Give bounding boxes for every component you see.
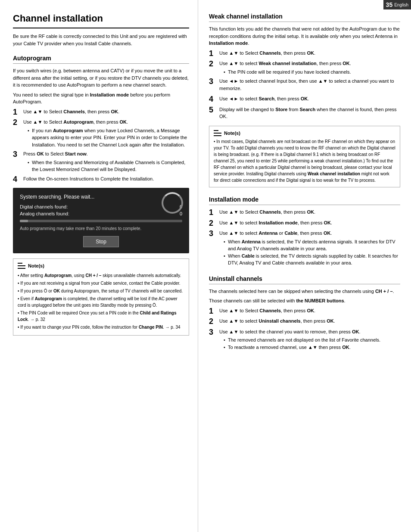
installation-mode-section: Installation mode 1 Use ▲▼ to Select Cha… xyxy=(209,196,400,267)
uninstall-step-3: 3 Use ▲▼ to select the channel you want … xyxy=(209,328,400,351)
stop-button[interactable]: Stop xyxy=(83,236,119,247)
autoprogram-intro2: You need to select the signal type in In… xyxy=(13,91,189,106)
analog-channels-row: Analog channels found: 0 xyxy=(20,211,182,216)
autoprogram-step-2: 2 Use ▲▼ to Select Autoprogram, then pre… xyxy=(13,118,189,148)
weak-step-3: 3 Use ◄► to select channel Input box, th… xyxy=(209,78,400,93)
install-step-num-1: 1 xyxy=(209,208,217,217)
weak-channel-title: Weak channel installation xyxy=(209,13,400,22)
digital-channels-row: Digital channels found: 0 xyxy=(20,204,182,209)
right-column: Weak channel installation This function … xyxy=(198,0,411,532)
page-language: English xyxy=(394,3,408,7)
progress-bar xyxy=(20,220,182,222)
uninstall-step-1: 1 Use ▲▼ to Select Channels, then press … xyxy=(209,307,400,316)
note-5: • The PIN Code will be required Once you… xyxy=(18,310,184,323)
step-3-content: Press OK to Select Start now. When the S… xyxy=(23,150,189,173)
weak-step-num-2: 2 xyxy=(209,60,217,75)
note-6: • If you want to change your PIN code, f… xyxy=(18,324,184,330)
scan-box: System searching. Please wait... Digital… xyxy=(13,188,189,253)
page-number: 35 xyxy=(386,1,393,8)
installation-mode-steps: 1 Use ▲▼ to Select Channels, then press … xyxy=(209,208,400,267)
weak-channel-intro: This function lets you add the channels … xyxy=(209,25,400,47)
weak-note-text: • In most cases, Digital channels are no… xyxy=(214,138,395,184)
notes-title: Note(s) xyxy=(28,262,44,270)
weak-channel-note-box: Note(s) • In most cases, Digital channel… xyxy=(209,126,400,188)
install-step-1: 1 Use ▲▼ to Select Channels, then press … xyxy=(209,208,400,217)
weak-step-num-3: 3 xyxy=(209,78,217,93)
step-number-4: 4 xyxy=(13,175,21,184)
notes-header: Note(s) xyxy=(18,262,184,270)
autoprogram-step-4: 4 Follow the On-screen Instructions to C… xyxy=(13,175,189,184)
install-step-3: 3 Use ▲▼ to select Antenna or Cable, the… xyxy=(209,230,400,267)
analog-label: Analog channels found: xyxy=(20,211,69,216)
notes-icon xyxy=(18,263,25,269)
uninstall-step-2: 2 Use ▲▼ to select Uninstall channels, t… xyxy=(209,317,400,326)
install-step-num-3: 3 xyxy=(209,230,217,267)
page-number-badge: 35 English xyxy=(383,0,411,9)
digital-label: Digital channels found: xyxy=(20,204,68,209)
uninstall-channels-section: Uninstall channels The channels selected… xyxy=(209,275,400,351)
uninstall-steps: 1 Use ▲▼ to Select Channels, then press … xyxy=(209,307,400,351)
weak-step-4: 4 Use ◄► to select Search, then press OK… xyxy=(209,95,400,104)
autoprogram-title: Autoprogram xyxy=(13,55,189,64)
weak-notes-title: Note(s) xyxy=(224,130,240,137)
intro-text: Be sure the RF cable is correctly connec… xyxy=(13,33,189,47)
scan-title: System searching. Please wait... xyxy=(20,194,182,200)
weak-step-num-5: 5 xyxy=(209,106,217,121)
uninstall-step-num-2: 2 xyxy=(209,317,217,326)
autoprogram-notes-box: Note(s) • After setting Autoprogram, usi… xyxy=(13,258,189,336)
autoprogram-steps: 1 Use ▲▼ to Select Channels, then press … xyxy=(13,108,189,184)
autoprogram-intro1: If you switch wires (e.g. between antenn… xyxy=(13,67,189,89)
uninstall-step-num-3: 3 xyxy=(209,328,217,351)
installation-mode-title: Installation mode xyxy=(209,196,400,205)
install-step-num-2: 2 xyxy=(209,219,217,228)
autoprogram-step-1: 1 Use ▲▼ to Select Channels, then press … xyxy=(13,108,189,117)
scan-note: Auto programming may take more than 20 m… xyxy=(20,226,182,232)
step-number-1: 1 xyxy=(13,108,21,117)
uninstall-intro2: Those channels can still be selected wit… xyxy=(209,297,400,305)
note-2: • If you are not receiving a signal from… xyxy=(18,280,184,286)
weak-step-2: 2 Use ▲▼ to select Weak channel installa… xyxy=(209,60,400,75)
step-1-content: Use ▲▼ to Select Channels, then press OK… xyxy=(23,108,189,117)
weak-step-num-4: 4 xyxy=(209,95,217,104)
weak-step-5: 5 Display will be changed to Store from … xyxy=(209,106,400,121)
uninstall-step-num-1: 1 xyxy=(209,307,217,316)
autoprogram-step-3: 3 Press OK to Select Start now. When the… xyxy=(13,150,189,173)
step-number-3: 3 xyxy=(13,150,21,173)
note-4: • Even if Autoprogram is completed, the … xyxy=(18,296,184,308)
weak-notes-header: Note(s) xyxy=(214,130,395,137)
weak-notes-icon xyxy=(214,130,221,136)
step-4-content: Follow the On-screen Instructions to Com… xyxy=(23,175,189,184)
analog-value: 0 xyxy=(180,211,182,216)
weak-step-num-1: 1 xyxy=(209,50,217,58)
note-1: • After setting Autoprogram, using CH + … xyxy=(18,272,184,279)
step-2-content: Use ▲▼ to Select Autoprogram, then press… xyxy=(23,118,189,148)
weak-channel-section: Weak channel installation This function … xyxy=(209,13,400,187)
left-column: Channel installation Be sure the RF cabl… xyxy=(0,0,198,532)
scan-spinner xyxy=(162,192,183,214)
weak-channel-steps: 1 Use ▲▼ to Select Channels, then press … xyxy=(209,50,400,121)
uninstall-intro1: The channels selected here can be skippe… xyxy=(209,288,400,295)
progress-fill xyxy=(20,220,28,222)
step-number-2: 2 xyxy=(13,118,21,148)
note-3: • If you press Ö or OK during Autoprogra… xyxy=(18,288,184,294)
install-step-2: 2 Use ▲▼ to select Installation mode, th… xyxy=(209,219,400,228)
weak-step-1: 1 Use ▲▼ to Select Channels, then press … xyxy=(209,50,400,58)
page-title: Channel installation xyxy=(13,13,189,28)
uninstall-channels-title: Uninstall channels xyxy=(209,275,400,284)
